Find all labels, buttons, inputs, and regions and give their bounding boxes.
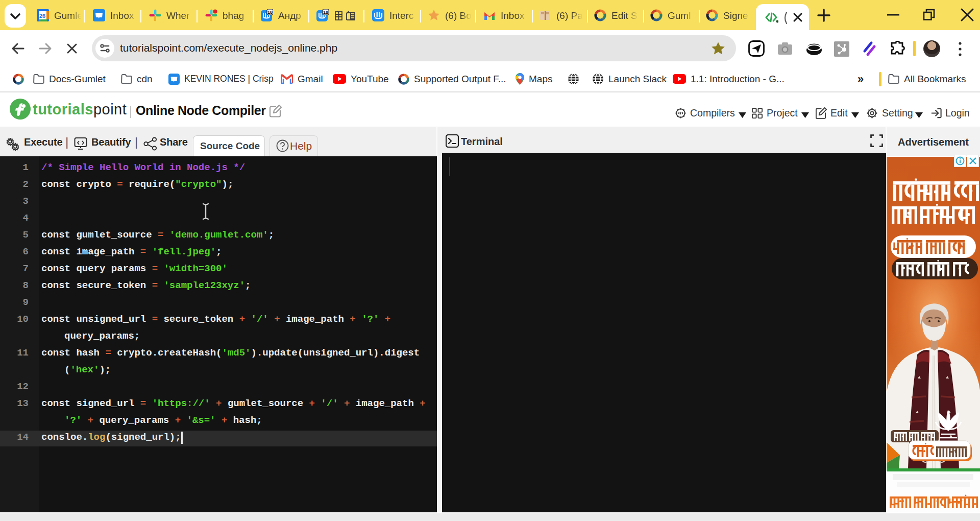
svg-text:26: 26: [39, 13, 45, 19]
svg-text:18: 18: [323, 10, 328, 15]
svg-text:18: 18: [267, 10, 273, 15]
